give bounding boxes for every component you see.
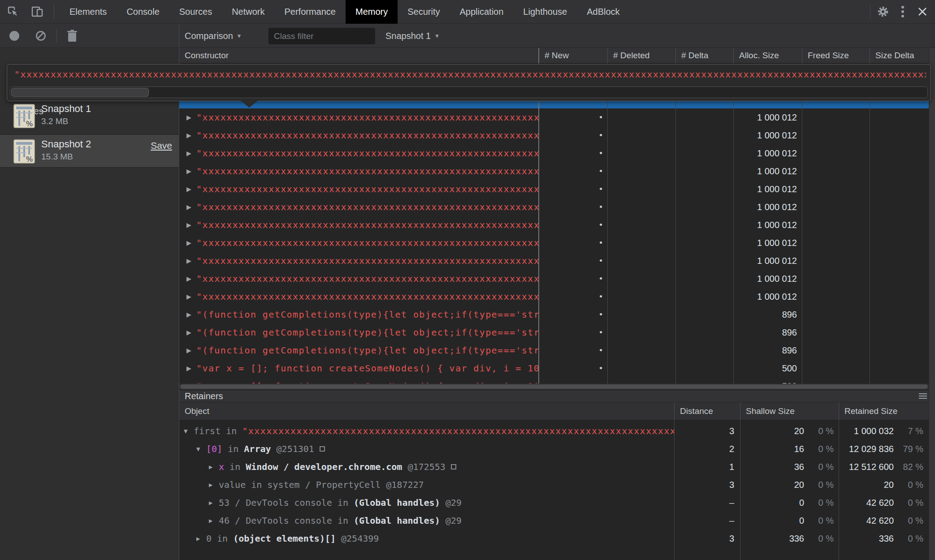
retainer-row[interactable]: ▶value in system / PropertyCell @1872273…: [179, 476, 929, 494]
tab-sources[interactable]: Sources: [169, 0, 222, 24]
inspect-element-icon[interactable]: [6, 5, 20, 18]
tab-application[interactable]: Application: [450, 0, 513, 24]
column-header-delta[interactable]: # Delta: [676, 48, 734, 63]
heap-row[interactable]: ▶"var x = []; function createSomeNodes()…: [179, 377, 929, 383]
heap-row[interactable]: ▶"(function getCompletions(type){let obj…: [179, 341, 929, 359]
class-filter-input[interactable]: [268, 28, 375, 44]
heap-row[interactable]: ▶"var x = []; function createSomeNodes()…: [179, 359, 929, 377]
cell-freed-size: [802, 270, 870, 288]
retained-size-percent: 0 %: [894, 476, 929, 494]
sidebar-item-snapshot-2[interactable]: % Snapshot 2 15.3 MB Save: [0, 134, 179, 168]
expand-arrow-icon[interactable]: ▶: [186, 216, 196, 234]
heap-row[interactable]: ▶"xxxxxxxxxxxxxxxxxxxxxxxxxxxxxxxxxxxxxx…: [179, 126, 929, 144]
retainer-row[interactable]: ▶0 in (object elements)[] @25439933360 %…: [179, 530, 929, 547]
save-snapshot-link[interactable]: Save: [151, 140, 172, 151]
reveal-object-icon[interactable]: [451, 464, 456, 470]
clear-profiles-icon[interactable]: [36, 31, 46, 41]
expand-arrow-icon[interactable]: ▶: [186, 198, 196, 216]
heap-row[interactable]: ▶"xxxxxxxxxxxxxxxxxxxxxxxxxxxxxxxxxxxxxx…: [179, 234, 929, 252]
expand-arrow-icon[interactable]: ▶: [209, 494, 219, 512]
column-header-freed-size[interactable]: Freed Size: [802, 48, 870, 63]
heap-row[interactable]: ▶"(function getCompletions(type){let obj…: [179, 323, 929, 341]
heap-row[interactable]: ▶"xxxxxxxxxxxxxxxxxxxxxxxxxxxxxxxxxxxxxx…: [179, 198, 929, 216]
expand-arrow-icon[interactable]: ▶: [186, 234, 196, 252]
heap-row[interactable]: ▶"xxxxxxxxxxxxxxxxxxxxxxxxxxxxxxxxxxxxxx…: [179, 144, 929, 162]
settings-gear-icon[interactable]: [873, 0, 893, 24]
expand-arrow-icon[interactable]: ▶: [186, 162, 196, 180]
collapse-arrow-icon[interactable]: ▼: [196, 440, 206, 458]
record-heap-icon[interactable]: [9, 31, 19, 41]
cell-shallow-size: 160 %: [740, 440, 839, 458]
tab-memory[interactable]: Memory: [346, 0, 398, 24]
reveal-object-icon[interactable]: [320, 446, 325, 452]
perspective-select[interactable]: Comparison ▾: [185, 24, 241, 48]
cell-retained-size: 12 029 83679 %: [839, 440, 929, 458]
sidebar-item-snapshot-1[interactable]: % Snapshot 1 3.2 MB: [0, 99, 179, 133]
tab-elements[interactable]: Elements: [60, 0, 117, 24]
expand-arrow-icon[interactable]: ▶: [186, 359, 196, 377]
column-header-deleted[interactable]: # Deleted: [608, 48, 676, 63]
retainer-row[interactable]: ▼[0] in Array @2513012160 %12 029 83679 …: [179, 440, 929, 458]
hamburger-menu-icon[interactable]: [919, 393, 927, 399]
retainers-grid-body: ▼first in "xxxxxxxxxxxxxxxxxxxxxxxxxxxxx…: [179, 420, 929, 560]
heap-row[interactable]: ▶"xxxxxxxxxxxxxxxxxxxxxxxxxxxxxxxxxxxxxx…: [179, 288, 929, 306]
expand-arrow-icon[interactable]: ▶: [186, 270, 196, 288]
expand-arrow-icon[interactable]: ▶: [186, 126, 196, 144]
column-header-retained-size[interactable]: Retained Size: [839, 402, 929, 420]
expand-arrow-icon[interactable]: ▶: [209, 512, 219, 530]
expand-arrow-icon[interactable]: ▶: [186, 306, 196, 323]
vertical-scrollbar-gutter[interactable]: [929, 48, 935, 560]
retainer-row[interactable]: ▶46 / DevTools console in (Global handle…: [179, 512, 929, 530]
heap-row[interactable]: ▶"xxxxxxxxxxxxxxxxxxxxxxxxxxxxxxxxxxxxxx…: [179, 216, 929, 234]
cell-new: •: [539, 306, 608, 323]
heap-row[interactable]: ▶"xxxxxxxxxxxxxxxxxxxxxxxxxxxxxxxxxxxxxx…: [179, 162, 929, 180]
column-header-alloc-size[interactable]: Alloc. Size: [734, 48, 802, 63]
device-toolbar-icon[interactable]: [30, 5, 44, 18]
expand-arrow-icon[interactable]: ▶: [196, 530, 206, 547]
retainer-text-segment: @251301: [271, 440, 314, 458]
retainer-row[interactable]: ▶53 / DevTools console in (Global handle…: [179, 494, 929, 512]
heap-row[interactable]: ▶"xxxxxxxxxxxxxxxxxxxxxxxxxxxxxxxxxxxxxx…: [179, 180, 929, 198]
retainer-row[interactable]: ▶x in Window / developer.chrome.com @172…: [179, 458, 929, 476]
expand-arrow-icon[interactable]: ▶: [186, 377, 196, 383]
heap-row[interactable]: ▶"xxxxxxxxxxxxxxxxxxxxxxxxxxxxxxxxxxxxxx…: [179, 108, 929, 126]
delete-profile-trash-icon[interactable]: [66, 30, 78, 42]
expand-arrow-icon[interactable]: ▶: [186, 341, 196, 359]
expand-arrow-icon[interactable]: ▶: [186, 180, 196, 198]
column-header-object[interactable]: Object: [179, 402, 675, 420]
tooltip-scrollbar[interactable]: [10, 86, 928, 98]
collapse-arrow-icon[interactable]: ▼: [184, 422, 194, 440]
more-options-kebab-icon[interactable]: [893, 0, 913, 24]
expand-arrow-icon[interactable]: ▶: [186, 144, 196, 162]
column-header-constructor[interactable]: Constructor: [179, 48, 539, 63]
tab-security[interactable]: Security: [398, 0, 450, 24]
column-divider: [675, 64, 676, 383]
expand-arrow-icon[interactable]: ▶: [186, 288, 196, 306]
base-snapshot-select[interactable]: Snapshot 1 ▾: [385, 24, 439, 48]
scrollbar-thumb[interactable]: [11, 88, 149, 97]
heap-row[interactable]: ▶"(function getCompletions(type){let obj…: [179, 306, 929, 323]
horizontal-scrollbar[interactable]: [179, 383, 929, 390]
expand-arrow-icon[interactable]: ▶: [209, 458, 219, 476]
expand-arrow-icon[interactable]: ▶: [209, 476, 219, 494]
retainer-row[interactable]: ▼first in "xxxxxxxxxxxxxxxxxxxxxxxxxxxxx…: [179, 422, 929, 440]
tab-console[interactable]: Console: [117, 0, 169, 24]
column-header-shallow-size[interactable]: Shallow Size: [740, 402, 839, 420]
expand-arrow-icon[interactable]: ▶: [186, 252, 196, 270]
heap-row[interactable]: ▶"xxxxxxxxxxxxxxxxxxxxxxxxxxxxxxxxxxxxxx…: [179, 252, 929, 270]
heap-row[interactable]: ▶"xxxxxxxxxxxxxxxxxxxxxxxxxxxxxxxxxxxxxx…: [179, 270, 929, 288]
expand-arrow-icon[interactable]: ▶: [186, 323, 196, 341]
constructor-cell: ▶"xxxxxxxxxxxxxxxxxxxxxxxxxxxxxxxxxxxxxx…: [179, 162, 539, 180]
tab-network[interactable]: Network: [222, 0, 274, 24]
column-header-distance[interactable]: Distance: [675, 402, 740, 420]
tab-performance[interactable]: Performance: [275, 0, 346, 24]
scrollbar-thumb[interactable]: [180, 384, 928, 389]
close-devtools-icon[interactable]: [913, 0, 932, 24]
tab-lighthouse[interactable]: Lighthouse: [513, 0, 577, 24]
tab-adblock[interactable]: AdBlock: [577, 0, 629, 24]
cell-delta: [676, 323, 734, 341]
column-divider[interactable]: [538, 64, 539, 383]
column-header-size-delta[interactable]: Size Delta: [870, 48, 929, 63]
column-header-new[interactable]: # New: [539, 48, 608, 63]
expand-arrow-icon[interactable]: ▶: [186, 108, 196, 126]
